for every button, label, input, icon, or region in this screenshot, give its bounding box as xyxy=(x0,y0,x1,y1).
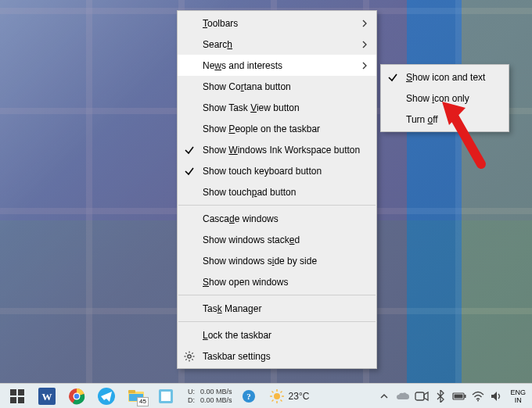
svg-rect-10 xyxy=(10,389,16,395)
menu-item-label: Taskbar settings xyxy=(203,351,271,362)
file-explorer-badge: 45 xyxy=(137,397,149,406)
ctx-item-2[interactable]: News and interests xyxy=(178,55,376,76)
menu-item-label: Show Task View button xyxy=(203,102,300,113)
volume-tray-icon[interactable] xyxy=(488,385,505,408)
menu-item-label: Show icon and text xyxy=(406,72,485,83)
svg-line-7 xyxy=(185,359,186,360)
ctx-item-15[interactable]: Task Manager xyxy=(178,298,376,319)
sub-item-1[interactable]: Show icon only xyxy=(381,88,509,109)
svg-rect-11 xyxy=(18,389,24,395)
svg-point-41 xyxy=(477,399,479,401)
chevron-right-icon xyxy=(362,20,367,27)
ctx-item-1[interactable]: Search xyxy=(178,34,376,55)
svg-point-28 xyxy=(274,393,280,399)
ctx-separator xyxy=(178,295,376,295)
taskbar-center-group: ? 23°C xyxy=(240,385,316,408)
ctx-item-4[interactable]: Show Task View button xyxy=(178,97,376,118)
svg-line-36 xyxy=(280,391,282,392)
menu-item-label: Show touchpad button xyxy=(203,187,296,198)
svg-text:?: ? xyxy=(246,392,251,401)
lang-line1: ENG xyxy=(510,388,526,396)
ctx-item-5[interactable]: Show People on the taskbar xyxy=(178,118,376,139)
ctx-separator xyxy=(178,205,376,206)
download-value: 0.00 MB/s xyxy=(200,396,232,405)
ctx-item-10[interactable]: Cascade windows xyxy=(178,208,376,229)
gear-icon xyxy=(184,351,196,362)
taskbar-app-icon[interactable] xyxy=(152,385,180,408)
tray-overflow-icon[interactable] xyxy=(376,385,393,408)
file-explorer-icon[interactable]: 45 xyxy=(122,385,150,408)
ctx-item-13[interactable]: Show open windows xyxy=(178,271,376,292)
taskbar: W 45 U:0.00 MB/s D:0.00 MB/s ? 23°C xyxy=(0,383,532,408)
upload-value: 0.00 MB/s xyxy=(200,388,232,396)
menu-item-label: Task Manager xyxy=(203,303,261,314)
svg-line-8 xyxy=(192,353,192,353)
help-tray-icon[interactable]: ? xyxy=(240,385,257,408)
sub-item-2[interactable]: Turn off xyxy=(381,109,509,130)
word-app-icon[interactable]: W xyxy=(33,385,61,408)
lang-line2: IN xyxy=(510,396,526,404)
bluetooth-tray-icon[interactable] xyxy=(432,385,449,408)
battery-tray-icon[interactable] xyxy=(451,385,468,408)
check-icon xyxy=(387,72,400,83)
check-icon xyxy=(184,166,196,177)
weather-sun-icon xyxy=(270,389,284,403)
menu-item-label: Show touch keyboard button xyxy=(203,166,322,177)
start-button[interactable] xyxy=(3,385,31,408)
ctx-item-12[interactable]: Show windows side by side xyxy=(178,250,376,271)
ctx-separator xyxy=(178,321,376,322)
taskbar-context-menu: ToolbarsSearchNews and interestsShow Cor… xyxy=(177,10,377,369)
ctx-item-17[interactable]: Lock the taskbar xyxy=(178,324,376,345)
menu-item-label: Show icon only xyxy=(406,93,469,104)
weather-temp: 23°C xyxy=(289,391,310,402)
svg-rect-12 xyxy=(10,397,16,403)
menu-item-label: Search xyxy=(203,39,232,50)
wifi-tray-icon[interactable] xyxy=(469,385,487,408)
chrome-app-icon[interactable] xyxy=(63,385,91,408)
ctx-item-3[interactable]: Show Cortana button xyxy=(178,76,376,97)
menu-item-label: Lock the taskbar xyxy=(203,330,271,341)
svg-rect-39 xyxy=(465,395,466,398)
svg-rect-37 xyxy=(415,392,424,400)
svg-line-33 xyxy=(271,391,273,392)
ctx-item-0[interactable]: Toolbars xyxy=(178,13,376,34)
menu-item-label: Show People on the taskbar xyxy=(203,123,320,134)
svg-rect-22 xyxy=(128,390,135,393)
menu-item-label: News and interests xyxy=(203,60,282,71)
news-interests-weather[interactable]: 23°C xyxy=(264,389,316,403)
language-indicator[interactable]: ENG IN xyxy=(507,388,529,404)
upload-label: U: xyxy=(188,388,197,396)
check-icon xyxy=(184,145,196,156)
ctx-item-8[interactable]: Show touchpad button xyxy=(178,181,376,202)
ctx-item-6[interactable]: Show Windows Ink Workspace button xyxy=(178,139,376,160)
menu-item-label: Show Windows Ink Workspace button xyxy=(203,145,360,156)
menu-item-label: Show windows stacked xyxy=(203,234,300,245)
menu-item-label: Show open windows xyxy=(203,277,288,288)
svg-text:W: W xyxy=(42,391,52,403)
menu-item-label: Toolbars xyxy=(203,18,238,29)
ctx-item-11[interactable]: Show windows stacked xyxy=(178,229,376,250)
svg-line-35 xyxy=(271,399,273,401)
menu-item-label: Show Cortana button xyxy=(203,81,291,92)
meet-now-icon[interactable] xyxy=(413,385,430,408)
taskbar-left-group: W 45 xyxy=(0,385,180,408)
onedrive-tray-icon[interactable] xyxy=(394,385,412,408)
svg-rect-40 xyxy=(455,394,463,398)
menu-item-label: Show windows side by side xyxy=(203,256,317,267)
svg-point-0 xyxy=(188,354,191,357)
telegram-app-icon[interactable] xyxy=(92,385,120,408)
taskbar-tray: ENG IN xyxy=(376,385,532,408)
svg-rect-13 xyxy=(18,397,24,403)
svg-line-5 xyxy=(185,353,186,353)
svg-line-6 xyxy=(192,359,192,360)
menu-item-label: Turn off xyxy=(406,114,438,125)
svg-point-19 xyxy=(74,393,79,398)
ctx-item-18[interactable]: Taskbar settings xyxy=(178,345,376,367)
ctx-item-7[interactable]: Show touch keyboard button xyxy=(178,160,376,181)
svg-rect-25 xyxy=(161,392,171,401)
news-interests-submenu: Show icon and textShow icon onlyTurn off xyxy=(380,64,509,132)
sub-item-0[interactable]: Show icon and text xyxy=(381,66,509,88)
net-speed-meter: U:0.00 MB/s D:0.00 MB/s xyxy=(188,388,232,405)
chevron-right-icon xyxy=(362,62,367,70)
svg-line-34 xyxy=(280,399,282,401)
